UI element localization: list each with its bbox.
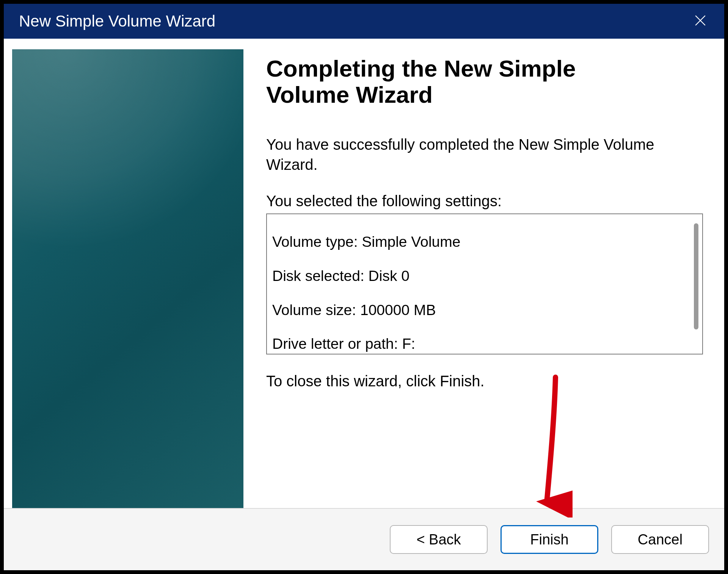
settings-listbox[interactable]: Volume type: Simple Volume Disk selected… xyxy=(266,213,703,354)
settings-scrollbar[interactable] xyxy=(694,223,698,329)
wizard-content: Completing the New Simple Volume Wizard … xyxy=(243,39,724,508)
setting-row: Drive letter or path: F: xyxy=(272,336,684,353)
wizard-heading: Completing the New Simple Volume Wizard xyxy=(266,55,664,108)
wizard-dialog: New Simple Volume Wizard Completing the … xyxy=(3,3,725,571)
completion-text: You have successfully completed the New … xyxy=(266,135,683,175)
window-title: New Simple Volume Wizard xyxy=(19,12,215,30)
close-icon xyxy=(694,14,707,28)
close-instruction: To close this wizard, click Finish. xyxy=(266,373,703,390)
setting-row: Volume size: 100000 MB xyxy=(272,302,684,319)
wizard-body: Completing the New Simple Volume Wizard … xyxy=(4,39,724,508)
setting-row: Disk selected: Disk 0 xyxy=(272,268,684,285)
settings-label: You selected the following settings: xyxy=(266,193,703,210)
title-bar: New Simple Volume Wizard xyxy=(4,4,724,39)
finish-button[interactable]: Finish xyxy=(500,525,598,554)
cancel-button[interactable]: Cancel xyxy=(611,525,709,554)
wizard-footer: < Back Finish Cancel xyxy=(4,508,724,570)
setting-row: Volume type: Simple Volume xyxy=(272,234,684,251)
wizard-side-graphic xyxy=(12,49,243,508)
back-button[interactable]: < Back xyxy=(390,525,488,554)
close-button[interactable] xyxy=(687,8,714,35)
settings-list-content: Volume type: Simple Volume Disk selected… xyxy=(272,216,684,354)
